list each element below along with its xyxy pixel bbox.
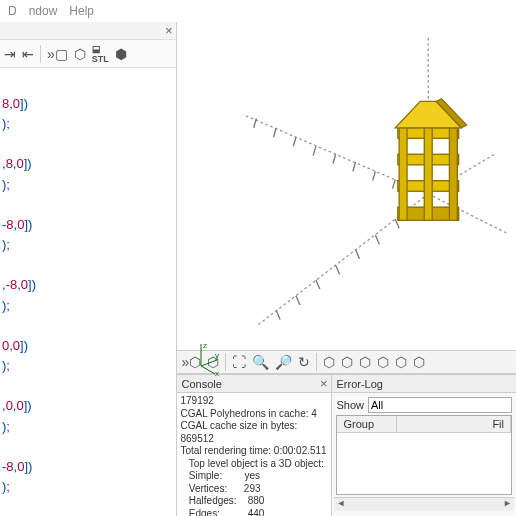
preview-icon[interactable]: »▢	[47, 46, 68, 62]
svg-line-14	[296, 296, 300, 305]
svg-line-15	[316, 280, 320, 289]
svg-line-8	[314, 146, 317, 155]
scrollbar-horizontal[interactable]	[334, 497, 514, 511]
svg-line-16	[336, 265, 340, 274]
svg-rect-25	[425, 128, 433, 221]
menu-d[interactable]: D	[8, 4, 17, 18]
tower-model	[396, 99, 467, 221]
editor-pane: × ⇥ ⇤ »▢ ⬡ ⬓STL ⬢ 8,0]) ); ,8,0]) ); -8,…	[0, 22, 177, 516]
svg-line-13	[277, 310, 281, 319]
svg-rect-24	[400, 128, 408, 221]
svg-line-33	[201, 366, 215, 374]
svg-text:x: x	[215, 369, 219, 376]
outdent-icon[interactable]: ⇤	[22, 46, 34, 62]
indent-icon[interactable]: ⇥	[4, 46, 16, 62]
svg-line-12	[393, 179, 396, 188]
editor-header: ×	[0, 22, 176, 40]
svg-line-9	[334, 154, 337, 163]
render-icon[interactable]: ⬡	[74, 46, 86, 62]
svg-line-7	[294, 137, 297, 146]
svg-line-31	[201, 360, 217, 366]
code-editor[interactable]: 8,0]) ); ,8,0]) ); -8,0]) ); ,-8,0]) ); …	[0, 68, 176, 516]
viewport-scene	[177, 22, 516, 458]
svg-line-6	[274, 128, 277, 137]
svg-text:y: y	[215, 351, 219, 360]
menu-window[interactable]: ndow	[29, 4, 58, 18]
svg-line-17	[356, 249, 360, 258]
svg-line-11	[373, 171, 376, 180]
export-icon[interactable]: ⬢	[115, 46, 127, 62]
close-icon[interactable]: ×	[165, 23, 173, 38]
menu-help[interactable]: Help	[69, 4, 94, 18]
menu-bar: D ndow Help	[0, 0, 516, 22]
viewport-3d[interactable]: z y x	[177, 22, 516, 350]
editor-toolbar: ⇥ ⇤ »▢ ⬡ ⬓STL ⬢	[0, 40, 176, 68]
svg-line-18	[376, 235, 380, 244]
svg-text:z: z	[203, 341, 207, 350]
svg-line-10	[353, 162, 356, 171]
svg-line-5	[254, 119, 257, 128]
svg-rect-26	[450, 128, 458, 221]
stl-icon[interactable]: ⬓STL	[92, 44, 109, 64]
